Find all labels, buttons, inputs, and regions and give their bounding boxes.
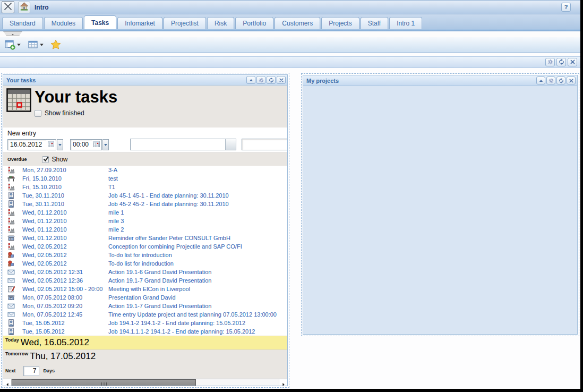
task-row[interactable]: Wed, 02.05.2012 To-do list for introduct…	[3, 251, 287, 259]
task-link[interactable]: test	[108, 175, 118, 182]
toolbar-button[interactable]	[26, 38, 46, 51]
tab[interactable]: Projectlist	[164, 17, 206, 29]
task-link[interactable]: Reminder offer Sander Peter CONSULT GmbH	[108, 235, 230, 241]
task-row[interactable]: Mon, 07.05.2012 09:20 Action 19.1-7 Gran…	[3, 302, 287, 310]
task-row[interactable]: Wed, 01.12.2010 mile 1	[3, 208, 287, 217]
task-date-link[interactable]: Wed, 02.05.2012 12:36	[22, 277, 108, 284]
tab[interactable]: Projects	[321, 17, 359, 29]
toolbar-button[interactable]	[49, 38, 63, 51]
tab[interactable]: Risk	[207, 17, 234, 29]
panel-collapse-button[interactable]	[246, 76, 255, 84]
task-row[interactable]: Fri, 15.10.2010 T1	[3, 183, 287, 191]
task-row[interactable]: Wed, 02.05.2012 To-do list for indroduct…	[3, 259, 287, 268]
task-date-link[interactable]: Mon, 27.09.2010	[22, 167, 108, 173]
task-row[interactable]: Tue, 30.11.2010 Job 45-1 45-1 - End date…	[3, 191, 287, 200]
task-row[interactable]: Wed, 02.05.2012 Conception for combining…	[3, 242, 287, 251]
time-dropdown-button[interactable]	[102, 139, 109, 150]
task-link[interactable]: mile 2	[108, 226, 124, 233]
task-row[interactable]: Fri, 15.10.2010 test	[3, 174, 287, 183]
task-date-link[interactable]: Wed, 02.05.2012	[22, 252, 108, 258]
task-date-link[interactable]: Mon, 07.05.2012 09:20	[22, 303, 108, 309]
scrollbar-track[interactable]	[12, 379, 279, 386]
tab[interactable]: Customers	[275, 17, 320, 29]
date-picker-button[interactable]	[46, 140, 55, 149]
overdue-show-checkbox[interactable]	[42, 156, 49, 163]
scroll-right-button[interactable]	[279, 379, 287, 386]
task-date-link[interactable]: Tue, 15.05.2012	[22, 328, 108, 335]
task-row[interactable]: Tue, 15.05.2012 Job 194.1-2 194.1-2 - En…	[3, 319, 287, 327]
task-link[interactable]: Job 194.1.1.1-2 194.1-2 - End date plann…	[108, 328, 255, 335]
tab[interactable]: Standard	[2, 17, 43, 29]
time-picker-button[interactable]	[92, 140, 101, 149]
tab[interactable]: Intro 1	[389, 17, 422, 29]
task-date-link[interactable]: Wed, 02.05.2012 12:31	[22, 269, 108, 275]
tab[interactable]: Staff	[361, 17, 388, 29]
tab[interactable]: Modules	[44, 17, 83, 29]
task-row[interactable]: Wed, 01.12.2010 mile 3	[3, 217, 287, 225]
chevron-down-icon[interactable]	[39, 42, 44, 47]
task-date-link[interactable]: Wed, 02.05.2012 15:00 - 20:00	[22, 286, 108, 292]
task-date-link[interactable]: Tue, 30.11.2010	[22, 192, 108, 199]
task-link[interactable]: Action 19.1-7 Grand David Presentation	[108, 277, 211, 284]
panel-settings-button[interactable]	[256, 76, 265, 84]
task-row[interactable]: Mon, 07.05.2012 08:00 Presentation Grand…	[3, 293, 287, 302]
tab[interactable]: Portfolio	[235, 17, 273, 29]
task-date-link[interactable]: Mon, 07.05.2012 08:00	[22, 294, 108, 301]
task-row[interactable]: Wed, 01.12.2010 Reminder offer Sander Pe…	[3, 234, 287, 242]
task-date-link[interactable]: Wed, 01.12.2010	[22, 235, 108, 241]
workspace-refresh-button[interactable]	[556, 58, 566, 66]
toolbar-button[interactable]	[3, 38, 23, 51]
your-tasks-panel-header[interactable]: Your tasks	[3, 75, 287, 86]
task-date-link[interactable]: Wed, 02.05.2012	[22, 243, 108, 250]
my-projects-panel-header[interactable]: My projects	[303, 75, 577, 86]
panel-refresh-button[interactable]	[267, 76, 276, 84]
task-date-link[interactable]: Mon, 07.05.2012 12:45	[22, 311, 108, 318]
date-dropdown-button[interactable]	[57, 139, 63, 150]
panel-refresh-button[interactable]	[556, 76, 565, 84]
task-row[interactable]: Wed, 01.12.2010 mile 2	[3, 225, 287, 234]
task-link[interactable]: mile 3	[108, 218, 124, 224]
scroll-left-button[interactable]	[3, 379, 12, 386]
task-row[interactable]: Tue, 30.11.2010 Job 45-2 45-2 - End date…	[3, 200, 287, 208]
task-link[interactable]: To-do list for indroduction	[108, 260, 174, 267]
help-button[interactable]: ?	[561, 3, 571, 12]
task-row[interactable]: Mon, 27.09.2010 3-A	[3, 166, 287, 174]
show-finished-checkbox[interactable]	[35, 110, 41, 117]
task-row[interactable]: Wed, 02.05.2012 12:36 Action 19.1-7 Gran…	[3, 276, 287, 285]
panel-close-button[interactable]	[567, 76, 576, 84]
task-link[interactable]: Action 19.1-7 Grand David Presentation	[108, 303, 211, 309]
time-input[interactable]	[73, 141, 92, 148]
description-input[interactable]	[242, 139, 288, 150]
task-date-link[interactable]: Tue, 30.11.2010	[22, 201, 108, 207]
task-link[interactable]: Meeting with ElCon in Liverpool	[108, 286, 190, 292]
task-link[interactable]: Job 45-2 45-2 - End date planning: 30.11…	[108, 201, 229, 207]
task-date-link[interactable]: Wed, 02.05.2012	[22, 260, 108, 267]
task-date-link[interactable]: Wed, 01.12.2010	[22, 209, 108, 216]
task-date-link[interactable]: Fri, 15.10.2010	[22, 184, 108, 190]
workspace-settings-button[interactable]	[545, 58, 555, 66]
tab[interactable]: Infomarket	[117, 17, 162, 29]
task-date-link[interactable]: Wed, 01.12.2010	[22, 226, 108, 233]
task-date-link[interactable]: Tue, 15.05.2012	[22, 320, 108, 326]
scrollbar-thumb[interactable]	[12, 379, 196, 386]
task-link[interactable]: Time entry Update project and test plann…	[108, 311, 277, 318]
task-link[interactable]: 3-A	[108, 167, 117, 173]
panel-close-button[interactable]	[277, 76, 286, 84]
panel-settings-button[interactable]	[546, 76, 555, 84]
task-row[interactable]: Mon, 07.05.2012 12:45 Time entry Update …	[3, 310, 287, 319]
task-row[interactable]: Wed, 02.05.2012 12:31 Action 19.1-6 Gran…	[3, 268, 287, 276]
home-button[interactable]	[18, 2, 30, 13]
panel-collapse-button[interactable]	[536, 76, 545, 84]
task-link[interactable]: mile 1	[108, 209, 124, 216]
task-link[interactable]: Action 19.1-6 Grand David Presentation	[108, 269, 211, 275]
task-link[interactable]: Job 45-1 45-1 - End date planning: 30.11…	[108, 192, 229, 199]
task-row[interactable]: Tue, 15.05.2012 Job 194.1.1.1-2 194.1-2 …	[3, 327, 287, 336]
select-dropdown-button[interactable]	[225, 139, 236, 150]
task-date-link[interactable]: Wed, 01.12.2010	[22, 218, 108, 224]
date-input[interactable]	[10, 141, 46, 148]
task-date-link[interactable]: Fri, 15.10.2010	[22, 175, 108, 182]
tab[interactable]: Tasks	[84, 15, 116, 29]
collapse-handle[interactable]	[3, 31, 22, 36]
window-close-button[interactable]	[2, 1, 14, 13]
task-row[interactable]: Wed, 02.05.2012 15:00 - 20:00 Meeting wi…	[3, 285, 287, 293]
